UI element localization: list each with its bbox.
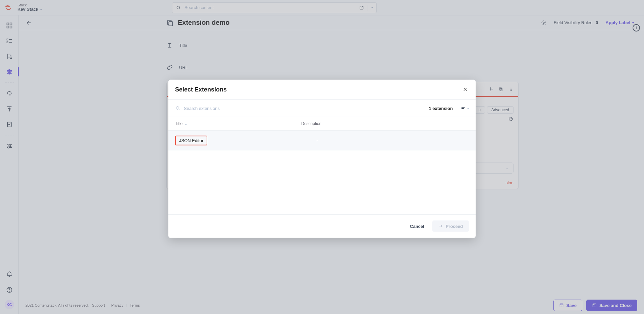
cancel-button[interactable]: Cancel xyxy=(410,224,424,229)
arrow-right-icon xyxy=(438,224,443,229)
col-description-label: Description xyxy=(301,121,321,126)
modal-footer: Cancel Proceed xyxy=(168,214,476,238)
svg-point-34 xyxy=(176,107,179,109)
modal-body: JSON Editor - xyxy=(168,130,476,214)
extension-row-title: JSON Editor xyxy=(175,135,207,145)
col-title-label: Title xyxy=(175,121,182,126)
extension-row[interactable]: JSON Editor - xyxy=(168,130,476,150)
close-icon[interactable] xyxy=(462,86,469,93)
search-icon xyxy=(175,106,180,111)
proceed-button[interactable]: Proceed xyxy=(432,221,469,232)
modal-column-headers: Title ⌄ Description xyxy=(168,117,476,130)
modal-title: Select Extensions xyxy=(175,86,227,93)
col-title[interactable]: Title ⌄ xyxy=(175,121,187,126)
extension-count: 1 extension xyxy=(429,106,453,111)
proceed-label: Proceed xyxy=(446,224,463,229)
select-extensions-modal: Select Extensions Search extensions 1 ex… xyxy=(168,79,476,238)
modal-header: Select Extensions xyxy=(168,79,476,100)
modal-search-row: Search extensions 1 extension ▾ xyxy=(168,100,476,117)
extension-row-desc: - xyxy=(316,138,318,143)
chevron-down-icon: ⌄ xyxy=(184,122,187,125)
modal-search-input[interactable]: Search extensions xyxy=(184,106,425,111)
sort-toggle[interactable]: ▾ xyxy=(461,106,469,111)
